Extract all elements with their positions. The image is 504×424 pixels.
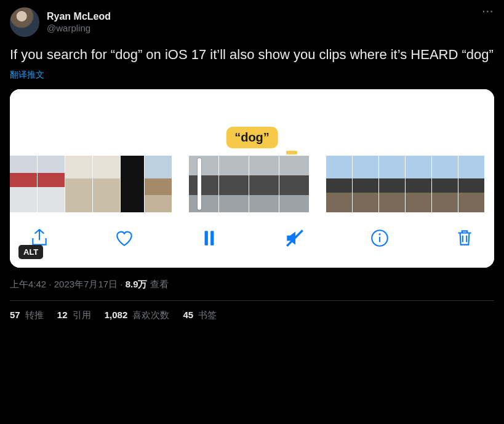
clip-thumbnail[interactable] xyxy=(279,156,309,212)
views-label: 查看 xyxy=(148,279,169,289)
clip-thumbnail[interactable] xyxy=(406,156,431,212)
retweets-stat[interactable]: 57 转推 xyxy=(10,310,44,321)
tweet-container: ··· Ryan McLeod @warpling If you search … xyxy=(0,0,504,329)
translate-link[interactable]: 翻译推文 xyxy=(10,70,44,81)
author-names[interactable]: Ryan McLeod @warpling xyxy=(47,10,111,34)
clip-group[interactable] xyxy=(189,156,309,212)
pause-button[interactable] xyxy=(197,226,222,250)
tweet-time[interactable]: 上午4:42 xyxy=(10,279,46,289)
clip-thumbnail[interactable] xyxy=(65,156,92,212)
views-count: 8.9万 xyxy=(126,279,148,289)
clip-thumbnail[interactable] xyxy=(379,156,405,212)
more-options-icon[interactable]: ··· xyxy=(482,6,494,17)
search-highlight-tag: “dog” xyxy=(226,127,278,148)
media-toolbar xyxy=(10,212,494,268)
tweet-text: If you search for “dog” on iOS 17 it’ll … xyxy=(10,46,494,64)
svg-point-5 xyxy=(379,234,380,234)
bookmarks-stat[interactable]: 45 书签 xyxy=(183,310,217,321)
svg-rect-0 xyxy=(205,231,208,245)
clip-thumbnail[interactable] xyxy=(353,156,378,212)
author-display-name: Ryan McLeod xyxy=(47,10,111,23)
tweet-date[interactable]: 2023年7月17日 xyxy=(54,279,118,289)
info-button[interactable] xyxy=(367,226,392,250)
media-card[interactable]: “dog” xyxy=(10,89,494,268)
svg-rect-1 xyxy=(211,231,214,245)
quotes-stat[interactable]: 12 引用 xyxy=(57,310,91,321)
search-highlight-marker xyxy=(286,151,297,154)
tweet-meta: 上午4:42 · 2023年7月17日 · 8.9万 查看 xyxy=(10,279,494,290)
speaker-muted-icon xyxy=(284,228,305,249)
clip-thumbnail[interactable] xyxy=(38,156,65,212)
clip-thumbnail[interactable] xyxy=(326,156,352,212)
clip-thumbnail[interactable] xyxy=(145,156,172,212)
divider xyxy=(10,300,494,301)
clip-thumbnail[interactable] xyxy=(10,156,37,212)
tweet-stats: 57 转推 12 引用 1,082 喜欢次数 45 书签 xyxy=(10,310,494,321)
clip-group[interactable] xyxy=(326,156,484,212)
heart-icon xyxy=(114,228,135,249)
alt-badge[interactable]: ALT xyxy=(18,245,43,259)
video-timeline[interactable] xyxy=(10,156,494,212)
tweet-header: Ryan McLeod @warpling xyxy=(10,7,494,37)
author-handle: @warpling xyxy=(47,23,111,34)
delete-button[interactable] xyxy=(452,226,477,250)
likes-stat[interactable]: 1,082 喜欢次数 xyxy=(105,310,170,321)
clip-thumbnail[interactable] xyxy=(249,156,279,212)
like-button[interactable] xyxy=(112,226,137,250)
avatar[interactable] xyxy=(10,7,39,37)
trash-icon xyxy=(454,228,475,249)
clip-thumbnail[interactable] xyxy=(121,156,144,212)
clip-thumbnail[interactable] xyxy=(458,156,484,212)
pause-icon xyxy=(199,228,220,249)
clip-thumbnail[interactable] xyxy=(189,156,218,212)
mute-button[interactable] xyxy=(282,226,307,250)
info-icon xyxy=(369,228,390,249)
clip-thumbnail[interactable] xyxy=(432,156,458,212)
media-top-area: “dog” xyxy=(10,89,494,156)
clip-thumbnail[interactable] xyxy=(93,156,120,212)
clip-thumbnail[interactable] xyxy=(219,156,249,212)
playhead-indicator[interactable] xyxy=(198,158,201,210)
clip-group[interactable] xyxy=(10,156,172,212)
